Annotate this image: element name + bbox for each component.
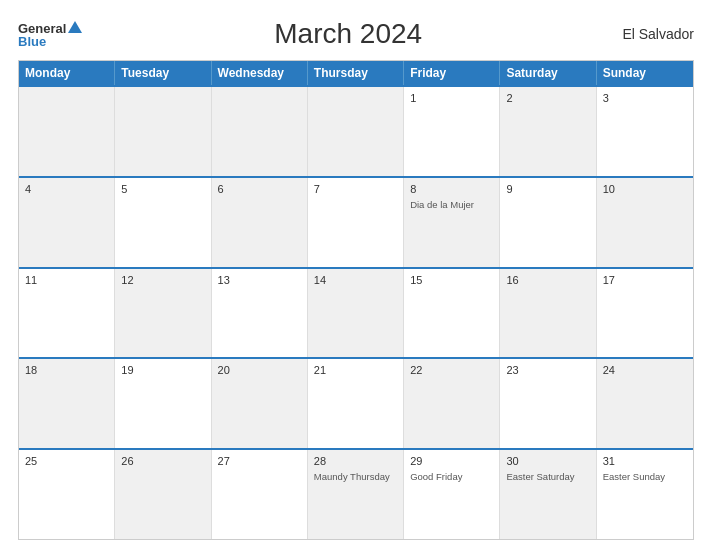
table-row: 24 — [597, 359, 693, 448]
table-row: 4 — [19, 178, 115, 267]
header-wednesday: Wednesday — [212, 61, 308, 85]
header-tuesday: Tuesday — [115, 61, 211, 85]
table-row: 31 Easter Sunday — [597, 450, 693, 539]
table-row: 17 — [597, 269, 693, 358]
table-row: 16 — [500, 269, 596, 358]
week-5: 25 26 27 28 Maundy Thursday 29 Good Frid… — [19, 448, 693, 539]
table-row: 9 — [500, 178, 596, 267]
logo-general-text: General — [18, 22, 66, 35]
table-row: 20 — [212, 359, 308, 448]
calendar-title: March 2024 — [82, 18, 614, 50]
table-row: 15 — [404, 269, 500, 358]
calendar-body: 1 2 3 4 5 6 — [19, 85, 693, 539]
table-row: 28 Maundy Thursday — [308, 450, 404, 539]
header-saturday: Saturday — [500, 61, 596, 85]
table-row: 27 — [212, 450, 308, 539]
country-label: El Salvador — [614, 26, 694, 42]
calendar-header: Monday Tuesday Wednesday Thursday Friday… — [19, 61, 693, 85]
table-row: 30 Easter Saturday — [500, 450, 596, 539]
table-row: 10 — [597, 178, 693, 267]
week-3: 11 12 13 14 15 16 17 — [19, 267, 693, 358]
header-monday: Monday — [19, 61, 115, 85]
table-row: 1 — [404, 87, 500, 176]
table-row: 6 — [212, 178, 308, 267]
header-sunday: Sunday — [597, 61, 693, 85]
page: General Blue March 2024 El Salvador Mond… — [0, 0, 712, 550]
table-row: 22 — [404, 359, 500, 448]
logo-blue-text: Blue — [18, 35, 46, 48]
header-thursday: Thursday — [308, 61, 404, 85]
calendar: Monday Tuesday Wednesday Thursday Friday… — [18, 60, 694, 540]
table-row: 14 — [308, 269, 404, 358]
table-row: 8 Dia de la Mujer — [404, 178, 500, 267]
table-row: 12 — [115, 269, 211, 358]
table-row: 3 — [597, 87, 693, 176]
table-row: 25 — [19, 450, 115, 539]
table-row — [212, 87, 308, 176]
table-row: 19 — [115, 359, 211, 448]
week-2: 4 5 6 7 8 Dia de la Mujer 9 — [19, 176, 693, 267]
header-friday: Friday — [404, 61, 500, 85]
table-row: 13 — [212, 269, 308, 358]
table-row: 18 — [19, 359, 115, 448]
logo: General Blue — [18, 21, 82, 48]
table-row: 11 — [19, 269, 115, 358]
week-4: 18 19 20 21 22 23 24 — [19, 357, 693, 448]
logo-triangle-icon — [68, 21, 82, 33]
table-row: 26 — [115, 450, 211, 539]
table-row: 2 — [500, 87, 596, 176]
table-row — [115, 87, 211, 176]
table-row: 5 — [115, 178, 211, 267]
week-1: 1 2 3 — [19, 85, 693, 176]
table-row — [308, 87, 404, 176]
header: General Blue March 2024 El Salvador — [18, 18, 694, 50]
table-row: 21 — [308, 359, 404, 448]
table-row: 29 Good Friday — [404, 450, 500, 539]
table-row — [19, 87, 115, 176]
table-row: 7 — [308, 178, 404, 267]
table-row: 23 — [500, 359, 596, 448]
